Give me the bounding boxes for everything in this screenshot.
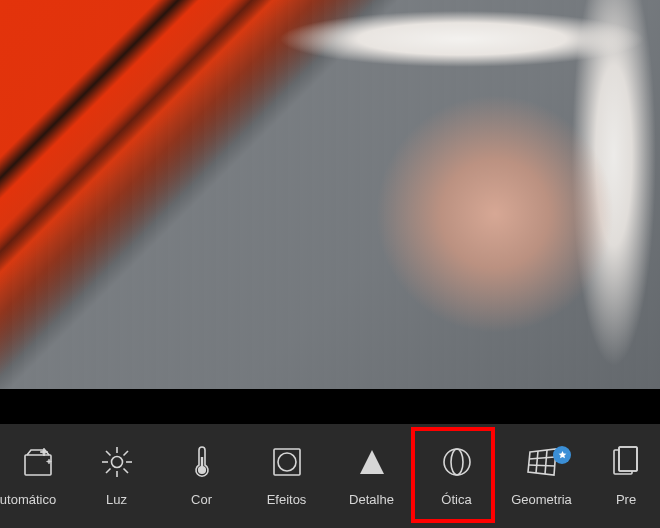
vignette-icon	[270, 445, 304, 479]
svg-point-1	[111, 457, 122, 468]
tool-color[interactable]: Cor	[159, 424, 244, 528]
auto-wand-icon	[21, 445, 55, 479]
tool-label: Pre	[616, 492, 636, 507]
tool-automatic[interactable]: utomático	[2, 424, 74, 528]
svg-line-9	[123, 451, 128, 456]
tool-label: utomático	[0, 492, 56, 507]
tool-label: Cor	[191, 492, 212, 507]
svg-rect-0	[25, 455, 51, 475]
sun-icon	[100, 445, 134, 479]
tool-label: Geometria	[511, 492, 572, 507]
svg-point-14	[444, 449, 470, 475]
tool-label: Efeitos	[267, 492, 307, 507]
tool-label: Ótica	[441, 492, 471, 507]
tool-label: Luz	[106, 492, 127, 507]
svg-point-13	[278, 453, 296, 471]
svg-line-17	[529, 465, 555, 466]
app-viewport: utomático Luz	[0, 0, 660, 528]
svg-line-8	[106, 469, 111, 474]
triangle-icon	[355, 445, 389, 479]
photo-preview	[0, 0, 660, 389]
photo-preview-area[interactable]	[0, 0, 660, 424]
svg-line-19	[545, 450, 547, 474]
thermometer-icon	[185, 445, 219, 479]
svg-line-16	[529, 457, 555, 459]
svg-line-7	[123, 469, 128, 474]
premium-badge-icon	[553, 446, 571, 464]
tool-optics[interactable]: Ótica	[414, 424, 499, 528]
tool-presets[interactable]: Pre	[584, 424, 628, 528]
tool-detail[interactable]: Detalhe	[329, 424, 414, 528]
lens-icon	[440, 445, 474, 479]
tool-effects[interactable]: Efeitos	[244, 424, 329, 528]
edit-toolbar: utomático Luz	[0, 424, 660, 528]
tool-label: Detalhe	[349, 492, 394, 507]
tool-light[interactable]: Luz	[74, 424, 159, 528]
photo-letterbox	[0, 389, 660, 424]
svg-rect-21	[619, 447, 637, 471]
presets-icon	[609, 445, 643, 479]
svg-line-18	[536, 451, 538, 473]
svg-point-15	[451, 449, 463, 475]
tool-geometry[interactable]: Geometria	[499, 424, 584, 528]
svg-line-6	[106, 451, 111, 456]
